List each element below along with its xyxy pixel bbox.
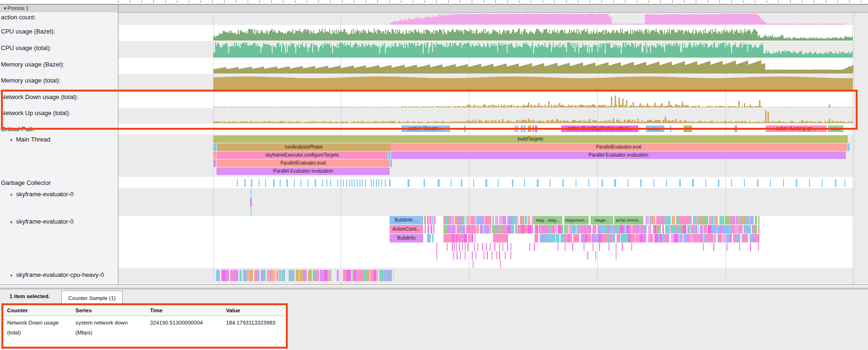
drip-slice[interactable]: [477, 243, 478, 251]
gc-pause-tick[interactable]: [389, 179, 391, 187]
gc-pause-tick[interactable]: [322, 179, 323, 187]
gc-pause-tick[interactable]: [365, 179, 366, 187]
drip-slice[interactable]: [505, 251, 506, 259]
dense-trace-slice[interactable]: [452, 225, 456, 233]
dense-trace-slice[interactable]: [643, 234, 646, 242]
dense-trace-slice[interactable]: [739, 225, 743, 233]
dense-trace-slice[interactable]: [682, 234, 683, 242]
drip-slice[interactable]: [499, 251, 500, 259]
dense-trace-slice[interactable]: [525, 225, 528, 233]
dense-trace-slice[interactable]: [588, 234, 591, 242]
gc-pause-tick[interactable]: [550, 179, 551, 187]
trace-slice-skyframeexecutor-configuretargets[interactable]: skyframeExecutor.configureTargets: [217, 151, 388, 159]
critical-path-slice[interactable]: [533, 125, 534, 132]
trace-slice-stag-stag[interactable]: stag...stag...: [533, 216, 562, 225]
dense-trace-slice[interactable]: [343, 270, 347, 281]
dense-trace-slice[interactable]: [556, 234, 559, 242]
dense-trace-slice[interactable]: [225, 270, 229, 281]
drip-slice[interactable]: [631, 243, 632, 251]
drip-slice[interactable]: [457, 251, 458, 259]
gc-pause-tick[interactable]: [408, 179, 409, 187]
drip-slice[interactable]: [616, 243, 617, 251]
gc-pause-tick[interactable]: [588, 179, 589, 187]
dense-trace-slice[interactable]: [276, 270, 278, 281]
dense-trace-slice[interactable]: [711, 234, 713, 242]
dense-trace-slice[interactable]: [758, 216, 760, 225]
dense-trace-slice[interactable]: [750, 234, 753, 242]
gc-pause-tick[interactable]: [286, 179, 288, 187]
drip-slice[interactable]: [726, 243, 727, 251]
drip-slice[interactable]: [465, 251, 466, 259]
drip-slice[interactable]: [452, 243, 453, 251]
dense-trace-slice[interactable]: [300, 270, 303, 281]
drip-slice[interactable]: [486, 243, 487, 251]
dense-trace-slice[interactable]: [473, 216, 476, 225]
dense-trace-slice[interactable]: [466, 216, 467, 225]
dense-trace-slice[interactable]: [645, 216, 649, 225]
dense-trace-slice[interactable]: [484, 216, 488, 225]
gc-pause-tick[interactable]: [300, 179, 301, 187]
dense-trace-slice[interactable]: [243, 270, 247, 281]
gc-pause-tick[interactable]: [341, 179, 342, 187]
dense-trace-slice[interactable]: [696, 225, 697, 233]
critical-path-slice[interactable]: [515, 125, 516, 132]
gc-pause-tick[interactable]: [237, 179, 238, 187]
drip-slice[interactable]: [460, 251, 461, 259]
dense-trace-slice[interactable]: [358, 270, 361, 281]
gc-pause-tick[interactable]: [337, 179, 338, 187]
dense-trace-slice[interactable]: [598, 234, 601, 242]
drip-slice[interactable]: [499, 243, 500, 251]
dense-trace-slice[interactable]: [715, 234, 716, 242]
triangle-down-icon[interactable]: ▾: [7, 138, 16, 142]
drip-slice[interactable]: [622, 243, 623, 251]
critical-path-slice[interactable]: [524, 125, 526, 132]
trace-slice-actio[interactable]: actio...: [646, 125, 664, 132]
dense-trace-slice[interactable]: [666, 225, 670, 233]
drip-slice[interactable]: [587, 251, 588, 259]
dense-trace-slice[interactable]: [726, 234, 730, 242]
dense-trace-slice[interactable]: [711, 216, 714, 225]
dense-trace-slice[interactable]: [497, 225, 501, 233]
dense-trace-slice[interactable]: [755, 216, 757, 225]
dense-trace-slice[interactable]: [617, 225, 620, 233]
drip-slice[interactable]: [703, 243, 704, 251]
dense-trace-slice[interactable]: [755, 234, 759, 242]
dense-trace-slice[interactable]: [350, 270, 351, 281]
dense-trace-slice[interactable]: [660, 216, 664, 225]
dense-trace-slice[interactable]: [545, 234, 549, 242]
drip-slice[interactable]: [436, 251, 437, 259]
drip-slice[interactable]: [510, 251, 511, 259]
dense-trace-slice[interactable]: [700, 225, 703, 233]
trace-slice-parallel-evaluator-evaluation[interactable]: Parallel Evaluator evaluation: [391, 151, 846, 159]
dense-trace-slice[interactable]: [580, 225, 584, 233]
gc-pause-tick[interactable]: [381, 179, 382, 187]
dense-trace-slice[interactable]: [671, 234, 674, 242]
dense-trace-slice[interactable]: [708, 225, 711, 233]
critical-path-slice[interactable]: [528, 125, 531, 132]
drip-slice[interactable]: [462, 243, 463, 251]
gc-pause-tick[interactable]: [259, 179, 259, 187]
main-thread-slice[interactable]: [213, 159, 216, 167]
drip-slice[interactable]: [454, 243, 455, 251]
evaluator-slice[interactable]: [425, 225, 426, 233]
drip-slice[interactable]: [494, 243, 495, 251]
dense-trace-slice[interactable]: [464, 234, 467, 242]
trace-slice-ache-remot[interactable]: ache.remot...: [614, 216, 643, 225]
dense-trace-slice[interactable]: [687, 225, 690, 233]
dense-trace-slice[interactable]: [492, 216, 494, 225]
trace-slice-stagemen[interactable]: stagemen...: [564, 216, 589, 225]
dense-trace-slice[interactable]: [561, 225, 563, 233]
dense-trace-slice[interactable]: [624, 225, 626, 233]
gc-pause-tick[interactable]: [537, 179, 539, 187]
dense-trace-slice[interactable]: [330, 270, 331, 281]
dense-trace-slice[interactable]: [758, 225, 760, 233]
dense-trace-slice[interactable]: [482, 216, 484, 225]
dense-trace-slice[interactable]: [644, 225, 647, 233]
process-header[interactable]: ▾ Process 1: [0, 4, 868, 13]
trace-slice-buildtargets[interactable]: buildTargets: [213, 135, 848, 143]
dense-trace-slice[interactable]: [632, 225, 636, 233]
dense-trace-slice[interactable]: [651, 216, 655, 225]
trace-slice-action-linking-go[interactable]: action 'Linking go...: [766, 125, 826, 132]
gc-pause-tick[interactable]: [378, 179, 379, 187]
dense-trace-slice[interactable]: [576, 234, 579, 242]
